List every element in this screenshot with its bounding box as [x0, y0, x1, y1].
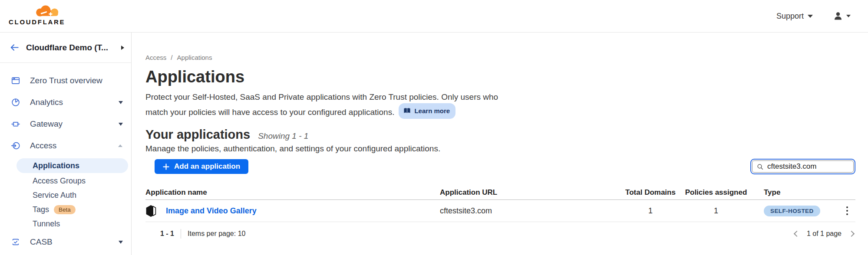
chevron-down-icon [119, 123, 123, 126]
add-application-label: Add an application [174, 162, 240, 171]
sidebar-item-label: Access [30, 141, 109, 150]
sidebar-nav: Zero Trust overview Analytics [0, 63, 131, 253]
section-title: Your applications [145, 128, 250, 142]
description-text: match your policies will have access to … [145, 108, 394, 117]
sidebar-item-tags[interactable]: Tags Beta [0, 203, 131, 217]
row-actions-menu[interactable] [843, 204, 851, 218]
total-domains-cell: 1 [622, 206, 679, 216]
sidebar-item-label: Zero Trust overview [30, 76, 125, 85]
cloudflare-logo[interactable]: CLOUDFLARE [9, 4, 66, 28]
sidebar-item-applications[interactable]: Applications [17, 158, 128, 173]
beta-badge: Beta [54, 205, 76, 214]
main-content: Access / Applications Applications Prote… [132, 33, 868, 255]
user-menu[interactable] [833, 11, 851, 21]
account-name: Cloudflare Demo (T... [26, 43, 115, 52]
application-cube-icon [145, 205, 156, 217]
sidebar-item-gateway[interactable]: Gateway [0, 113, 131, 135]
learn-more-label: Learn more [414, 105, 450, 117]
items-per-page[interactable]: Items per page: 10 [188, 230, 245, 238]
column-application-url: Application URL [440, 188, 622, 197]
sidebar-item-label: Tunnels [33, 219, 60, 229]
sidebar: Cloudflare Demo (T... Zero Trust overvie… [0, 33, 132, 255]
previous-page-icon[interactable] [794, 231, 800, 237]
applications-toolbar: Add an application [145, 159, 855, 174]
chevron-right-icon[interactable] [121, 46, 124, 50]
chevron-down-icon [119, 241, 123, 244]
sidebar-item-service-auth[interactable]: Service Auth [0, 188, 131, 203]
breadcrumb-applications: Applications [177, 54, 212, 61]
sidebar-item-label: Applications [33, 161, 79, 170]
sidebar-item-casb[interactable]: CASB [0, 231, 131, 253]
section-subtitle: Manage the policies, authentication, and… [145, 144, 855, 154]
search-box [752, 160, 854, 173]
plus-icon [163, 163, 169, 170]
back-arrow-icon[interactable] [10, 42, 20, 52]
next-page-icon[interactable] [848, 231, 855, 237]
policies-assigned-cell: 1 [679, 206, 753, 216]
learn-more-badge[interactable]: Learn more [399, 103, 455, 119]
applications-table: Application name Application URL Total D… [145, 186, 855, 222]
search-icon [757, 163, 763, 170]
description-line-1: Protect your Self-Hosted, SaaS and Priva… [145, 91, 855, 103]
gateway-icon [11, 119, 20, 129]
sidebar-item-label: Service Auth [33, 191, 76, 200]
application-url-cell: cftestsite3.com [440, 206, 622, 216]
sidebar-item-label: Tags [33, 205, 49, 214]
access-icon [11, 141, 20, 150]
chevron-down-icon [119, 101, 123, 104]
add-application-button[interactable]: Add an application [155, 159, 248, 174]
analytics-pie-icon [11, 98, 20, 107]
showing-count: Showing 1 - 1 [258, 131, 308, 141]
sidebar-item-access-groups[interactable]: Access Groups [0, 174, 131, 188]
user-icon [833, 11, 843, 21]
breadcrumb: Access / Applications [145, 54, 855, 61]
table-header-row: Application name Application URL Total D… [145, 186, 855, 200]
casb-icon [11, 237, 20, 247]
book-icon [403, 108, 411, 114]
chevron-down-icon [846, 15, 851, 17]
sidebar-item-analytics[interactable]: Analytics [0, 92, 131, 113]
description-line-2: match your policies will have access to … [145, 103, 855, 119]
cloudflare-wordmark: CLOUDFLARE [9, 18, 65, 26]
access-sub-menu: Applications Access Groups Service Auth … [0, 158, 131, 231]
sidebar-item-label: Access Groups [33, 177, 86, 186]
account-switcher[interactable]: Cloudflare Demo (T... [0, 33, 131, 63]
column-total-domains: Total Domains [622, 188, 679, 197]
column-policies-assigned: Policies assigned [679, 188, 753, 197]
chevron-down-icon [808, 15, 813, 18]
support-label: Support [776, 12, 804, 21]
sidebar-item-label: Gateway [30, 119, 109, 129]
table-row: Image and Video Gallery cftestsite3.com … [145, 200, 855, 222]
support-menu[interactable]: Support [776, 12, 813, 21]
application-name-link[interactable]: Image and Video Gallery [166, 206, 257, 216]
sidebar-item-access[interactable]: Access [0, 135, 131, 157]
top-bar: CLOUDFLARE Support [0, 0, 868, 33]
page-info: 1 of 1 page [807, 230, 842, 238]
page-title: Applications [145, 67, 855, 86]
column-application-name: Application name [145, 188, 440, 197]
search-focus-ring [750, 159, 855, 174]
type-badge: SELF-HOSTED [764, 206, 820, 216]
chevron-up-icon [118, 144, 122, 147]
sidebar-item-label: CASB [30, 237, 109, 247]
breadcrumb-access[interactable]: Access [145, 54, 166, 61]
breadcrumb-separator: / [171, 54, 172, 61]
divider [181, 229, 181, 239]
sidebar-item-label: Analytics [30, 98, 109, 107]
overview-icon [11, 76, 20, 85]
sidebar-item-tunnels[interactable]: Tunnels [0, 217, 131, 231]
cloudflare-cloud-icon [36, 6, 58, 16]
pagination-range: 1 - 1 [160, 230, 174, 238]
column-type: Type [753, 188, 832, 197]
search-input[interactable] [767, 162, 849, 171]
sidebar-item-zero-trust-overview[interactable]: Zero Trust overview [0, 70, 131, 92]
pagination: 1 - 1 Items per page: 10 1 of 1 page [145, 229, 855, 239]
page-description: Protect your Self-Hosted, SaaS and Priva… [145, 91, 855, 119]
